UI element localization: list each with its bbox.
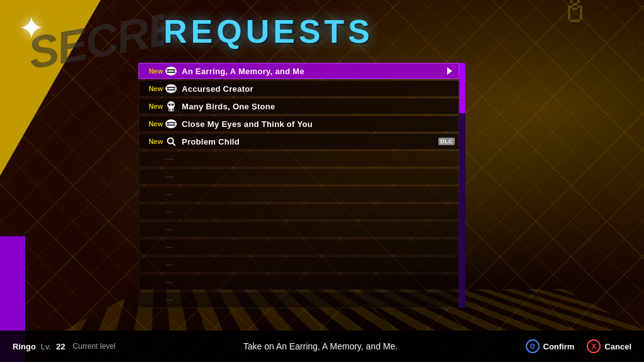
confirm-button[interactable]: O Confirm	[526, 339, 575, 353]
cancel-button[interactable]: X Cancel	[587, 339, 631, 353]
empty-dash: ---	[165, 155, 173, 163]
request-item[interactable]: ---	[138, 204, 459, 220]
item-name: Problem Child	[182, 137, 435, 146]
request-item[interactable]: New Close My Eyes and Think of You	[138, 116, 459, 132]
confirm-icon: O	[526, 339, 540, 353]
empty-dash: ---	[165, 295, 173, 304]
svg-point-5	[165, 84, 177, 93]
new-badge: New	[139, 120, 163, 128]
request-item[interactable]: ---	[138, 151, 459, 167]
confirm-label: Confirm	[543, 342, 575, 351]
new-badge: New	[139, 67, 163, 75]
cancel-label: Cancel	[604, 342, 631, 351]
new-badge: New	[139, 85, 163, 92]
main-content: REQUESTS New An Earring, A Memory, and M…	[101, 0, 562, 362]
empty-dash: ---	[165, 278, 173, 287]
empty-dash: ---	[165, 172, 173, 181]
svg-rect-15	[172, 109, 173, 111]
scroll-track[interactable]	[459, 63, 465, 308]
scroll-thumb[interactable]	[459, 63, 465, 113]
svg-point-3	[167, 70, 169, 72]
svg-point-8	[167, 87, 169, 89]
request-item[interactable]: New Problem ChildDLC	[138, 133, 459, 150]
requests-container: New An Earring, A Memory, and MeNew Accu…	[138, 63, 465, 308]
skull-icon	[164, 99, 178, 113]
svg-line-22	[173, 143, 175, 146]
empty-dash: ---	[165, 207, 173, 216]
search-icon	[164, 134, 178, 148]
requests-list: New An Earring, A Memory, and MeNew Accu…	[138, 63, 459, 308]
item-name: Accursed Creator	[182, 84, 455, 94]
svg-point-12	[169, 104, 171, 106]
request-item[interactable]: ---	[138, 274, 459, 290]
empty-dash: ---	[165, 225, 173, 234]
page-title: REQUESTS	[164, 13, 374, 50]
svg-point-20	[174, 123, 175, 124]
item-name: Many Birds, One Stone	[182, 102, 455, 111]
request-description: Take on An Earring, A Memory, and Me.	[116, 341, 526, 351]
empty-dash: ---	[165, 190, 173, 199]
empty-dash: ---	[165, 260, 173, 269]
request-item[interactable]: ---	[138, 256, 459, 273]
request-item[interactable]: ---	[138, 168, 459, 185]
mask-icon	[164, 82, 178, 96]
player-level: 22	[56, 342, 65, 351]
request-item[interactable]: New Accursed Creator	[138, 80, 459, 97]
item-name: An Earring, A Memory, and Me	[182, 67, 455, 76]
mask-icon	[164, 117, 178, 131]
request-item[interactable]: New Many Birds, One Stone	[138, 98, 459, 114]
player-info: Ringo Lv. 22 Current level	[13, 342, 116, 351]
player-name: Ringo	[13, 342, 36, 351]
request-item[interactable]: ---	[138, 186, 459, 202]
status-bar: Ringo Lv. 22 Current level Take on An Ea…	[0, 331, 644, 362]
action-buttons: O Confirm X Cancel	[526, 339, 631, 353]
selected-arrow-icon	[447, 67, 452, 75]
request-item[interactable]: ---	[138, 292, 459, 308]
new-badge: New	[139, 102, 163, 110]
svg-point-4	[174, 70, 175, 72]
request-item[interactable]: ---	[138, 221, 459, 238]
current-level-status: Current level	[73, 342, 116, 351]
svg-rect-14	[169, 109, 170, 111]
svg-rect-7	[167, 89, 175, 90]
svg-rect-2	[167, 72, 175, 73]
item-name: Close My Eyes and Think of You	[182, 119, 455, 129]
svg-point-13	[172, 104, 174, 106]
new-badge: New	[139, 138, 163, 145]
svg-point-9	[174, 87, 175, 89]
empty-dash: ---	[165, 243, 173, 251]
cancel-icon: X	[587, 339, 601, 353]
mask-icon	[164, 64, 178, 78]
request-item[interactable]: ---	[138, 239, 459, 255]
svg-point-19	[167, 123, 169, 124]
request-item[interactable]: New An Earring, A Memory, and Me	[138, 63, 459, 79]
level-label: Lv.	[41, 342, 51, 351]
dlc-badge: DLC	[438, 138, 455, 145]
svg-point-0	[165, 67, 177, 75]
svg-rect-18	[167, 124, 175, 126]
svg-point-16	[165, 119, 177, 128]
